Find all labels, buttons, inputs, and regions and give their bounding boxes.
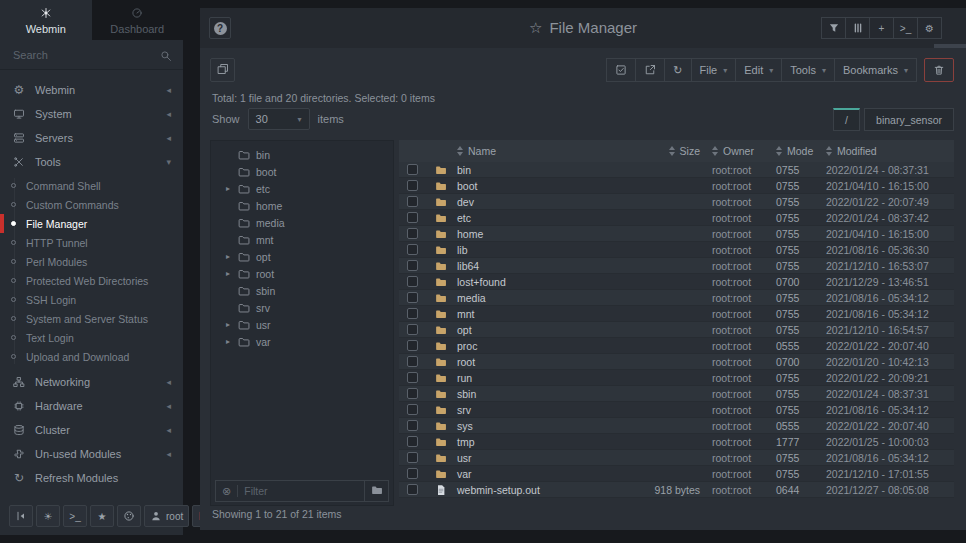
expand-arrow-icon[interactable]: ▸ [224,320,232,329]
sidebar-item-hardware[interactable]: Hardware◂ [0,394,183,418]
column-header-owner[interactable]: Owner [712,145,776,157]
plus-button[interactable]: + [869,17,894,39]
sidebar-item-custom-commands[interactable]: Custom Commands [0,195,183,214]
tree-item-sbin[interactable]: sbin [211,282,393,299]
search-input[interactable] [0,40,183,69]
tree-item-usr[interactable]: ▸usr [211,316,393,333]
row-checkbox[interactable] [407,260,418,271]
refresh-button[interactable]: ↻ [664,58,691,82]
table-row[interactable]: tmproot:root17772022/01/25 - 10:00:03 [399,434,954,450]
expand-arrow-icon[interactable]: ▸ [224,269,232,278]
clear-filter-icon[interactable]: ⊗ [222,485,231,498]
sidebar-item-tools[interactable]: Tools▾ [0,150,183,174]
row-checkbox[interactable] [407,420,418,431]
tree-item-etc[interactable]: ▸etc [211,180,393,197]
tree-item-home[interactable]: home [211,197,393,214]
tree-item-opt[interactable]: ▸opt [211,248,393,265]
table-row[interactable]: varroot:root07552021/12/10 - 17:01:55 [399,466,954,482]
tab-webmin[interactable]: Webmin [0,0,92,40]
table-row[interactable]: webmin-setup.out918 bytesroot:root064420… [399,482,954,498]
row-checkbox[interactable] [407,452,418,463]
tree-folder-button[interactable] [364,481,388,501]
path-root-button[interactable]: / [833,108,860,131]
sidebar-item-networking[interactable]: Networking◂ [0,370,183,394]
table-row[interactable]: optroot:root07552021/12/10 - 16:54:57 [399,322,954,338]
sun-button[interactable]: ☀ [36,505,60,527]
sidebar-item-cluster[interactable]: Cluster◂ [0,418,183,442]
table-row[interactable]: homeroot:root07552021/04/10 - 16:15:00 [399,226,954,242]
expand-arrow-icon[interactable]: ▸ [224,337,232,346]
table-row[interactable]: srvroot:root07552021/08/16 - 05:34:12 [399,402,954,418]
trash-button[interactable] [924,58,954,82]
table-row[interactable]: rootroot:root07002022/01/20 - 10:42:13 [399,354,954,370]
terminal-button[interactable]: >_ [893,17,918,39]
table-row[interactable]: libroot:root07552021/08/16 - 05:36:30 [399,242,954,258]
table-row[interactable]: usrroot:root07552021/08/16 - 05:34:12 [399,450,954,466]
row-checkbox[interactable] [407,164,418,175]
tree-item-bin[interactable]: bin [211,146,393,163]
sidebar-item-ssh-login[interactable]: SSH Login [0,290,183,309]
sidebar-item-http-tunnel[interactable]: HTTP Tunnel [0,233,183,252]
columns-button[interactable] [845,17,870,39]
menu-file[interactable]: File▾ [691,58,737,82]
items-per-page-select[interactable]: 30 ▾ [248,108,310,130]
table-row[interactable]: etcroot:root07552022/01/24 - 08:37:42 [399,210,954,226]
column-header-name[interactable]: Name [457,145,620,157]
sidebar-item-perl-modules[interactable]: Perl Modules [0,252,183,271]
table-row[interactable]: binroot:root07552022/01/24 - 08:37:31 [399,162,954,178]
expand-arrow-icon[interactable]: ▸ [224,184,232,193]
sidebar-item-webmin[interactable]: ⚙Webmin◂ [0,78,183,102]
table-row[interactable]: runroot:root07552022/01/22 - 20:09:21 [399,370,954,386]
table-row[interactable]: lib64root:root07552021/12/10 - 16:53:07 [399,258,954,274]
sidebar-item-upload-and-download[interactable]: Upload and Download [0,347,183,366]
row-checkbox[interactable] [407,292,418,303]
path-binary-sensor-button[interactable]: binary_sensor [864,108,954,131]
column-header-size[interactable]: Size [620,145,712,157]
sidebar-item-text-login[interactable]: Text Login [0,328,183,347]
table-row[interactable]: lost+foundroot:root07002021/12/29 - 13:4… [399,274,954,290]
sidebar-item-file-manager[interactable]: File Manager [0,214,183,233]
sidebar-item-system[interactable]: System◂ [0,102,183,126]
row-checkbox[interactable] [407,196,418,207]
menu-tools[interactable]: Tools▾ [781,58,835,82]
favorite-star-icon[interactable]: ☆ [529,19,542,36]
table-row[interactable]: sbinroot:root07552022/01/24 - 08:37:31 [399,386,954,402]
terminal-button[interactable]: >_ [63,505,87,527]
row-checkbox[interactable] [407,276,418,287]
row-checkbox[interactable] [407,308,418,319]
help-button[interactable]: ? [209,17,231,39]
tree-item-root[interactable]: ▸root [211,265,393,282]
row-checkbox[interactable] [407,356,418,367]
open-new-window-button[interactable] [210,58,235,82]
sidebar-item-refresh-modules[interactable]: ↻Refresh Modules [0,466,183,490]
sidebar-item-servers[interactable]: Servers◂ [0,126,183,150]
column-header-mode[interactable]: Mode [776,145,826,157]
star-button[interactable]: ★ [90,505,114,527]
expand-arrow-icon[interactable]: ▸ [224,252,232,261]
select-all-button[interactable] [606,58,636,82]
row-checkbox[interactable] [407,180,418,191]
row-checkbox[interactable] [407,436,418,447]
tree-filter-input[interactable] [244,485,364,497]
row-checkbox[interactable] [407,244,418,255]
export-button[interactable] [635,58,665,82]
row-checkbox[interactable] [407,404,418,415]
row-checkbox[interactable] [407,484,418,495]
tree-item-srv[interactable]: srv [211,299,393,316]
palette-button[interactable] [117,505,141,527]
tree-item-boot[interactable]: boot [211,163,393,180]
table-row[interactable]: bootroot:root07552021/04/10 - 16:15:00 [399,178,954,194]
sidebar-item-protected-web-directories[interactable]: Protected Web Directories [0,271,183,290]
menu-edit[interactable]: Edit▾ [735,58,782,82]
table-row[interactable]: sysroot:root05552022/01/22 - 20:07:40 [399,418,954,434]
sidebar-item-system-and-server-status[interactable]: System and Server Status [0,309,183,328]
row-checkbox[interactable] [407,340,418,351]
tab-dashboard[interactable]: Dashboard [92,0,184,40]
sidebar-item-command-shell[interactable]: Command Shell [0,176,183,195]
row-checkbox[interactable] [407,228,418,239]
tree-item-mnt[interactable]: mnt [211,231,393,248]
row-checkbox[interactable] [407,212,418,223]
table-row[interactable]: devroot:root07552022/01/22 - 20:07:49 [399,194,954,210]
table-row[interactable]: mntroot:root07552021/08/16 - 05:34:12 [399,306,954,322]
gear-button[interactable]: ⚙ [917,17,942,39]
